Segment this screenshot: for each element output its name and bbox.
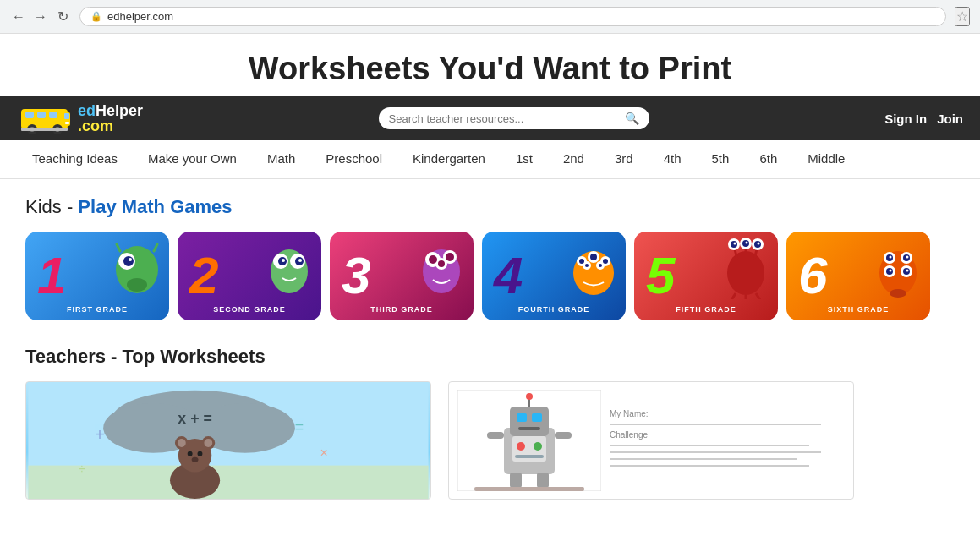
svg-point-14	[123, 256, 134, 266]
grade-3-number: 3	[342, 249, 370, 302]
logo-bus-icon	[17, 101, 76, 136]
grade-3-label: THIRD GRADE	[330, 305, 474, 314]
address-bar[interactable]: 🔒 edhelper.com	[79, 7, 946, 26]
grade-6-monster-icon	[871, 236, 926, 299]
nav-item-3rd[interactable]: 3rd	[599, 140, 649, 178]
grade-1-monster-icon	[110, 236, 165, 299]
svg-point-88	[192, 456, 199, 462]
url-text: edhelper.com	[107, 10, 173, 23]
nav-item-math[interactable]: Math	[252, 140, 310, 178]
svg-text:÷: ÷	[79, 462, 86, 476]
nav-item-make-your-own[interactable]: Make your Own	[133, 140, 252, 178]
kids-section-title: Kids - Play Math Games	[25, 196, 955, 218]
grade-3-card[interactable]: 3 THIRD GRADE	[330, 232, 474, 320]
svg-point-54	[734, 242, 736, 244]
worksheet-cards-container: x + = + = × ÷	[25, 381, 955, 500]
signin-button[interactable]: Sign In	[884, 112, 927, 126]
svg-text:x +  =: x + =	[178, 410, 211, 427]
grade-6-card[interactable]: 6	[786, 232, 930, 320]
svg-rect-3	[49, 112, 57, 118]
grade-1-number: 1	[37, 249, 66, 302]
svg-rect-10	[65, 122, 69, 124]
svg-point-86	[188, 451, 193, 456]
svg-rect-11	[21, 128, 68, 131]
nav-item-2nd[interactable]: 2nd	[548, 140, 599, 178]
nav-item-preschool[interactable]: Preschool	[310, 140, 397, 178]
grade-2-card[interactable]: 2 SECOND GRADE	[178, 232, 321, 320]
grade-5-card[interactable]: 5	[634, 232, 778, 320]
svg-text:×: ×	[320, 445, 327, 459]
svg-point-32	[438, 260, 445, 267]
nav-item-middle[interactable]: Middle	[792, 140, 860, 178]
grade-6-number: 6	[798, 249, 827, 302]
main-content: Kids - Play Math Games 1 FIRST GRADE	[0, 179, 980, 516]
svg-point-69	[890, 255, 892, 258]
svg-rect-2	[37, 112, 46, 118]
svg-rect-100	[518, 427, 540, 430]
grade-6-label: SIXTH GRADE	[786, 305, 930, 314]
svg-point-41	[603, 259, 608, 264]
worksheet-line-2	[610, 445, 809, 446]
svg-line-57	[731, 293, 736, 299]
svg-point-106	[517, 442, 525, 451]
auth-buttons: Sign In Join	[884, 112, 963, 126]
svg-line-18	[154, 244, 157, 251]
grade-2-monster-icon	[262, 236, 317, 299]
svg-point-84	[178, 439, 186, 447]
svg-rect-99	[532, 413, 542, 422]
secondary-nav: Teaching Ideas Make your Own Math Presch…	[0, 140, 980, 179]
svg-rect-9	[64, 113, 69, 119]
svg-rect-102	[555, 432, 572, 439]
grade-cards-container: 1 FIRST GRADE 2	[25, 232, 955, 320]
grade-4-card[interactable]: 4 FOURTH GRADE	[482, 232, 626, 320]
svg-point-40	[590, 254, 597, 260]
grade-1-card[interactable]: 1 FIRST GRADE	[25, 232, 169, 320]
grade-4-label: FOURTH GRADE	[482, 305, 626, 314]
svg-point-87	[198, 451, 203, 456]
search-bar-area: 🔍	[160, 107, 868, 129]
svg-line-59	[756, 293, 760, 299]
nav-item-kindergarten[interactable]: Kindergarten	[397, 140, 501, 178]
svg-point-39	[579, 259, 584, 264]
refresh-button[interactable]: ↻	[54, 8, 71, 25]
grade-2-number: 2	[189, 249, 218, 302]
worksheet-challenge-label: Challenge	[610, 430, 845, 440]
nav-item-5th[interactable]: 5th	[697, 140, 745, 178]
logo[interactable]: edHelper.com	[17, 101, 143, 136]
worksheet-card-1[interactable]: x + = + = × ÷	[25, 381, 431, 500]
grade-5-number: 5	[646, 249, 675, 302]
nav-item-6th[interactable]: 6th	[744, 140, 792, 178]
svg-text:+: +	[95, 425, 105, 444]
nav-item-1st[interactable]: 1st	[501, 140, 548, 178]
svg-point-25	[298, 259, 302, 262]
logo-com: .com	[78, 117, 113, 134]
worksheet-line-1	[610, 424, 821, 425]
svg-point-55	[746, 241, 748, 243]
grade-1-label: FIRST GRADE	[25, 305, 169, 314]
svg-point-97	[526, 393, 533, 400]
search-icon-button[interactable]: 🔍	[625, 112, 639, 125]
forward-button[interactable]: →	[32, 8, 49, 25]
browser-navigation: ← → ↻	[10, 8, 71, 25]
svg-point-70	[906, 255, 909, 258]
search-input-wrap[interactable]: 🔍	[379, 107, 649, 129]
svg-rect-109	[474, 487, 584, 491]
bookmark-button[interactable]: ☆	[955, 7, 970, 26]
grade-4-number: 4	[494, 249, 523, 302]
nav-item-teaching-ideas[interactable]: Teaching Ideas	[17, 140, 133, 178]
svg-rect-95	[510, 407, 549, 436]
worksheet-lines-area: My Name: Challenge	[601, 405, 845, 476]
svg-point-43	[599, 264, 602, 267]
svg-line-17	[117, 244, 120, 251]
search-input[interactable]	[389, 112, 618, 125]
grade-5-monster-icon	[719, 236, 774, 299]
join-button[interactable]: Join	[937, 112, 963, 126]
svg-point-16	[127, 278, 147, 292]
svg-rect-104	[537, 473, 549, 488]
back-button[interactable]: ←	[10, 8, 27, 25]
svg-rect-98	[517, 413, 527, 422]
grade-4-monster-icon	[567, 236, 621, 299]
svg-point-56	[758, 242, 760, 244]
nav-item-4th[interactable]: 4th	[649, 140, 697, 178]
worksheet-card-2[interactable]: My Name: Challenge	[448, 381, 854, 500]
